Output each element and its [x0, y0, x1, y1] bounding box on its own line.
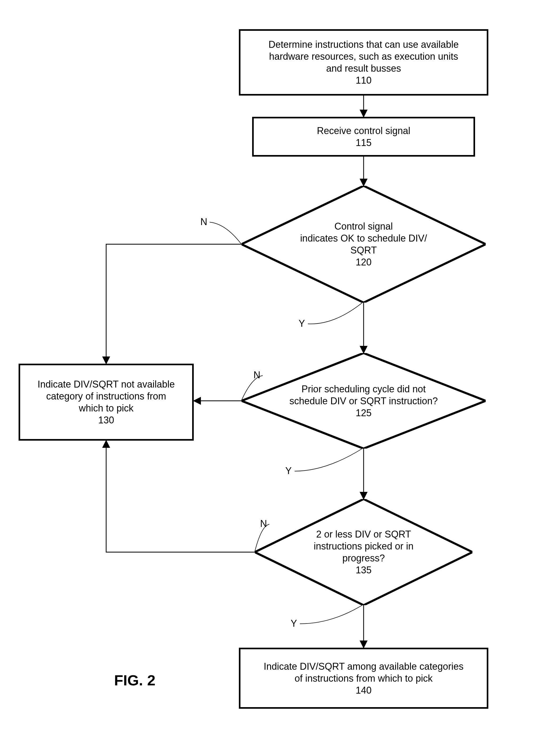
svg-marker-7	[241, 353, 486, 449]
figure-label: FIG. 2	[114, 672, 156, 689]
node-text: of instructions from which to pick	[295, 672, 433, 684]
edge-label-y-125: Y	[285, 465, 292, 476]
decision-135: 2 or less DIV or SQRT instructions picke…	[255, 499, 473, 605]
process-115: Receive control signal 115	[252, 117, 475, 157]
decision-120: Control signal indicates OK to schedule …	[241, 186, 486, 303]
node-ref: 115	[356, 137, 372, 149]
node-text: Receive control signal	[317, 125, 410, 137]
decision-125: Prior scheduling cycle did not schedule …	[241, 353, 486, 449]
node-ref: 130	[98, 414, 114, 426]
svg-marker-6	[241, 186, 486, 303]
node-ref: 140	[356, 684, 372, 696]
node-text: and result busses	[326, 62, 401, 74]
node-text: which to pick	[79, 402, 134, 414]
process-130: Indicate DIV/SQRT not available category…	[19, 364, 194, 441]
node-ref: 110	[356, 74, 372, 86]
node-text: category of instructions from	[46, 390, 166, 402]
edge-label-y-120: Y	[299, 318, 305, 329]
process-110: Determine instructions that can use avai…	[239, 29, 488, 96]
node-text: Indicate DIV/SQRT among available catego…	[263, 660, 463, 672]
process-140: Indicate DIV/SQRT among available catego…	[239, 648, 488, 709]
node-text: hardware resources, such as execution un…	[269, 51, 458, 62]
edge-label-y-135: Y	[291, 618, 297, 629]
node-text: Indicate DIV/SQRT not available	[38, 378, 175, 390]
svg-marker-8	[255, 499, 473, 605]
edge-label-n-120: N	[200, 216, 207, 227]
edge-label-n-125: N	[254, 370, 260, 381]
edge-label-n-135: N	[260, 518, 267, 529]
node-text: Determine instructions that can use avai…	[268, 39, 459, 51]
flowchart-canvas: Determine instructions that can use avai…	[0, 0, 560, 752]
